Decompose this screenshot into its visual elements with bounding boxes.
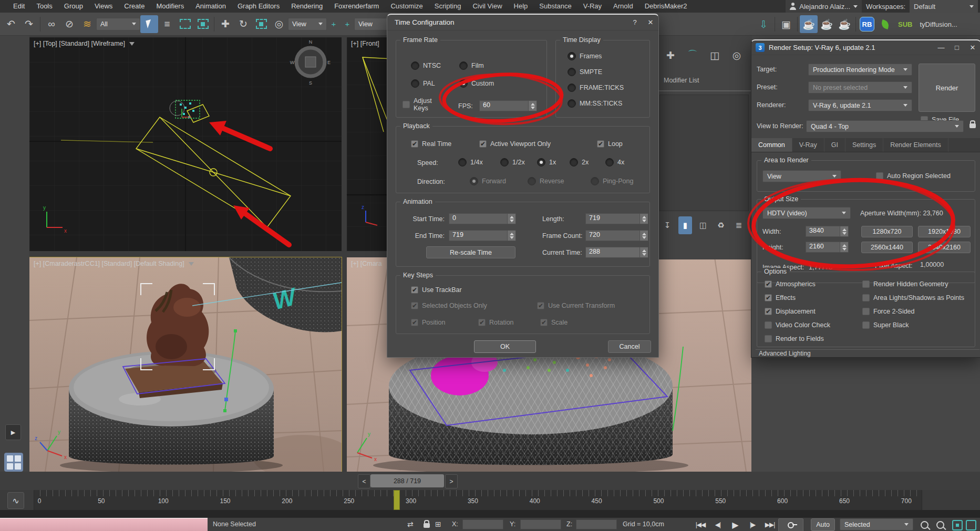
- ok-button[interactable]: OK: [474, 340, 536, 353]
- selected-objects-only-checkbox[interactable]: Selected Objects Only: [411, 302, 487, 309]
- select-and-scale-icon[interactable]: [252, 15, 270, 33]
- modify-tab-icon[interactable]: ⌒: [684, 46, 702, 64]
- use-pivot-center-icon[interactable]: ◎: [270, 15, 288, 33]
- output-size-preset-select[interactable]: HDTV (video): [762, 207, 851, 219]
- transform-type-in-icon[interactable]: ⇄: [407, 520, 414, 528]
- mm-ss-ticks-radio[interactable]: MM:SS:TICKS: [568, 99, 622, 108]
- maximize-button[interactable]: □: [949, 41, 965, 55]
- y-coordinate-field[interactable]: [520, 519, 561, 529]
- select-and-move-icon[interactable]: ✚: [216, 15, 234, 33]
- menu-debrismaker2[interactable]: DebrisMaker2: [639, 0, 693, 13]
- res-1920x1080-button[interactable]: 1920x1080: [918, 226, 971, 237]
- use-trackbar-checkbox[interactable]: Use TrackBar: [411, 286, 462, 294]
- viewport-camera[interactable]: W: [29, 257, 342, 472]
- res-2560x1440-button[interactable]: 2560x1440: [861, 242, 913, 253]
- render-button[interactable]: Render: [919, 64, 975, 112]
- reference-coordinate-system-select[interactable]: View: [288, 18, 327, 30]
- renderer-select[interactable]: V-Ray 6, update 2.1: [808, 99, 912, 111]
- length-field[interactable]: 719: [585, 213, 648, 224]
- select-object-button[interactable]: [140, 15, 158, 33]
- tab-v-ray[interactable]: V-Ray: [792, 138, 824, 152]
- pal-radio[interactable]: PAL: [411, 79, 435, 88]
- length-spinner[interactable]: [639, 214, 648, 224]
- real-time-checkbox[interactable]: Real Time: [411, 140, 451, 148]
- atmospherics-checkbox[interactable]: Atmospherics: [765, 280, 816, 288]
- lock-view-icon[interactable]: [969, 123, 976, 128]
- viewport-filter-icon[interactable]: [189, 262, 194, 266]
- material-editor-icon[interactable]: ▣: [777, 15, 795, 33]
- menu-modifiers[interactable]: Modifiers: [150, 0, 190, 13]
- speed-4x-radio[interactable]: 4x: [605, 158, 624, 166]
- modifier-stack[interactable]: [659, 95, 749, 211]
- effects-checkbox[interactable]: Effects: [765, 294, 796, 301]
- end-time-spinner[interactable]: [507, 231, 515, 241]
- view-to-render-select[interactable]: Quad 4 - Top: [806, 120, 964, 132]
- selection-filter-select[interactable]: All: [96, 18, 140, 30]
- make-unique-icon[interactable]: ◫: [696, 216, 710, 234]
- displacement-checkbox[interactable]: Displacement: [765, 308, 816, 315]
- undo-icon[interactable]: ↶: [2, 15, 20, 33]
- menu-substance[interactable]: Substance: [533, 0, 577, 13]
- next-key-button[interactable]: |▶: [745, 519, 760, 530]
- z-coordinate-field[interactable]: [576, 519, 617, 529]
- viewport-layout-icon[interactable]: [4, 453, 23, 472]
- tab-render-elements[interactable]: Render Elements: [883, 138, 948, 152]
- adjust-keys-checkbox[interactable]: Adjust Keys: [403, 97, 440, 112]
- ntsc-radio[interactable]: NTSC: [411, 61, 441, 70]
- end-time-field[interactable]: 719: [449, 230, 516, 241]
- reverse-radio[interactable]: Reverse: [528, 177, 564, 185]
- menu-scripting[interactable]: Scripting: [429, 0, 467, 13]
- current-time-spinner[interactable]: [639, 247, 648, 257]
- menu-tools[interactable]: Tools: [30, 0, 58, 13]
- video-color-check-checkbox[interactable]: Video Color Check: [765, 321, 830, 329]
- show-end-result-icon[interactable]: ▮: [678, 216, 692, 234]
- frame-count-field[interactable]: 720: [585, 230, 648, 241]
- workspace-select[interactable]: Default: [910, 0, 978, 13]
- tab-settings[interactable]: Settings: [845, 138, 883, 152]
- force-2-sided-checkbox[interactable]: Force 2-Sided: [862, 308, 915, 315]
- menu-help[interactable]: Help: [508, 0, 534, 13]
- close-button[interactable]: ✕: [643, 16, 658, 29]
- zoom-icon[interactable]: [921, 521, 929, 529]
- target-select[interactable]: Production Rendering Mode: [808, 64, 912, 76]
- select-and-link-icon[interactable]: ∞: [43, 15, 60, 33]
- viewport-front-label[interactable]: [+] [Front]: [351, 40, 379, 47]
- menu-rendering[interactable]: Rendering: [285, 0, 328, 13]
- modifier-list-dropdown[interactable]: Modifier List: [664, 77, 699, 84]
- forward-radio[interactable]: Forward: [470, 177, 506, 185]
- viewport-filter-icon[interactable]: [129, 42, 135, 46]
- unlink-selection-icon[interactable]: ⊘: [60, 15, 78, 33]
- cancel-button[interactable]: Cancel: [608, 340, 651, 353]
- viewport-camera-label[interactable]: [+] [CmaraderastrCC1] [Standard] [Defaul…: [34, 260, 194, 267]
- height-spinner[interactable]: [840, 242, 848, 252]
- auto-key-button[interactable]: Auto: [811, 518, 835, 531]
- menu-v-ray[interactable]: V-Ray: [577, 0, 607, 13]
- current-time-field[interactable]: 288: [585, 247, 648, 258]
- menu-edit[interactable]: Edit: [7, 0, 30, 13]
- menu-graph-editors[interactable]: Graph Editors: [232, 0, 285, 13]
- speed-quarter-radio[interactable]: 1/4x: [458, 158, 483, 166]
- tab-common[interactable]: Common: [751, 138, 792, 152]
- position-checkbox[interactable]: Position: [411, 319, 445, 326]
- rectangular-selection-region-icon[interactable]: [176, 15, 194, 33]
- render-hidden-geometry-checkbox[interactable]: Render Hidden Geometry: [862, 280, 948, 288]
- width-spinner[interactable]: [840, 226, 848, 236]
- render-to-fields-checkbox[interactable]: Render to Fields: [765, 335, 824, 342]
- area-to-render-select[interactable]: View: [762, 170, 841, 182]
- create-tab-icon[interactable]: ✚: [662, 46, 679, 64]
- current-frame-indicator[interactable]: 288 / 719: [370, 474, 444, 487]
- height-field[interactable]: 2160: [806, 242, 849, 253]
- super-black-checkbox[interactable]: Super Black: [862, 321, 909, 329]
- scale-checkbox[interactable]: Scale: [540, 319, 568, 326]
- snap-toggle-icon[interactable]: +: [327, 15, 341, 33]
- rescale-time-button[interactable]: Re-scale Time: [426, 246, 515, 258]
- menu-arnold[interactable]: Arnold: [607, 0, 639, 13]
- render-setup-icon[interactable]: ☕: [800, 15, 818, 33]
- preset-select[interactable]: No preset selected: [808, 81, 912, 93]
- pin-stack-icon[interactable]: ↧: [661, 216, 674, 234]
- start-time-spinner[interactable]: [507, 214, 515, 224]
- menu-animation[interactable]: Animation: [190, 0, 232, 13]
- next-frame-button[interactable]: >: [445, 474, 458, 488]
- configure-modifier-sets-icon[interactable]: ≣: [732, 216, 746, 234]
- ping-pong-radio[interactable]: Ping-Pong: [591, 177, 633, 185]
